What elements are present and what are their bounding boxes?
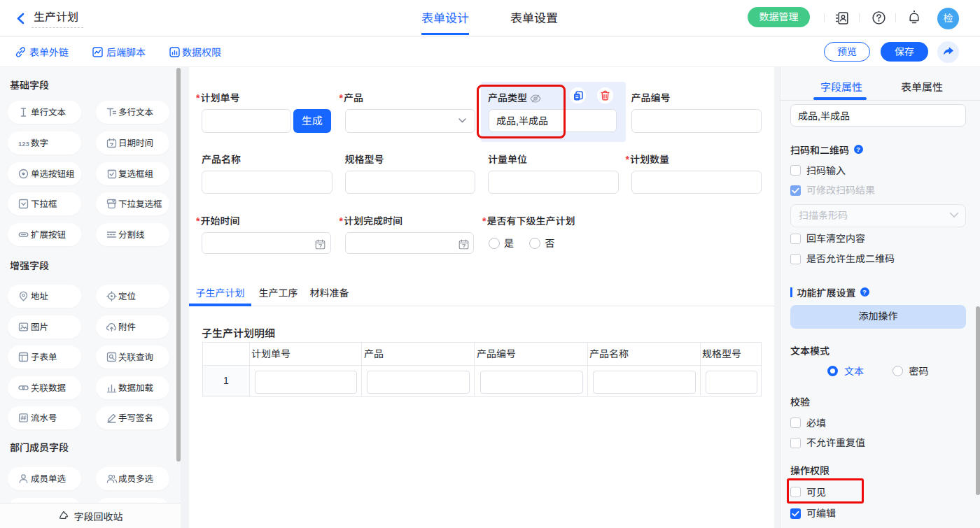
svg-text:123: 123	[18, 140, 29, 148]
